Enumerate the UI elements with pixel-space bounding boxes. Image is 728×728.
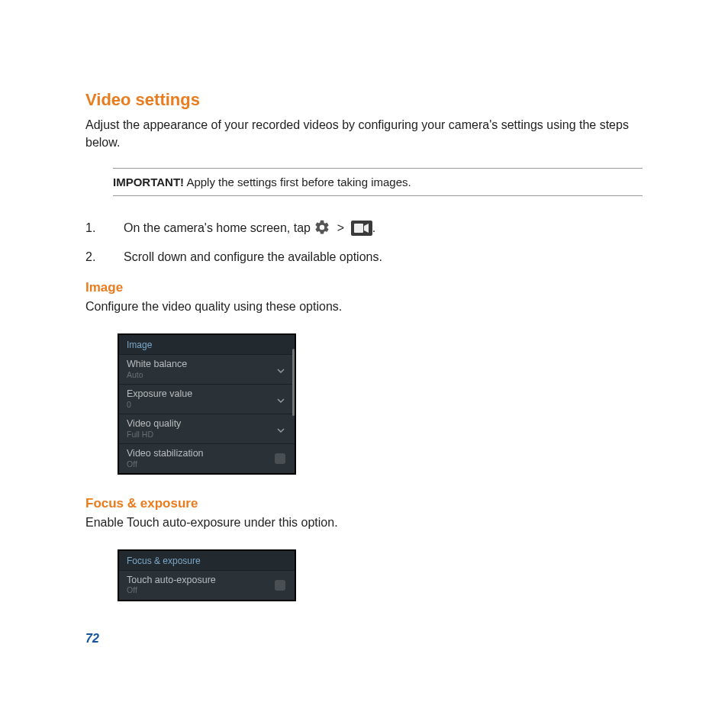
note-label: IMPORTANT! [113,176,184,188]
settings-gear-icon [314,219,330,236]
important-note: IMPORTANT! Apply the settings first befo… [113,168,643,196]
focus-settings-panel: Focus & exposure Touch auto-exposure Off [118,549,296,601]
note-text: Apply the settings first before taking i… [184,176,411,188]
row-label: White balance [127,359,287,369]
row-value: Auto [127,371,287,380]
checkbox-icon[interactable] [275,580,285,591]
row-touch-auto-exposure[interactable]: Touch auto-exposure Off [119,570,295,600]
step-1-separator: > [337,221,344,234]
image-panel-header: Image [119,335,295,354]
row-value: Full HD [127,430,287,440]
scrollbar-thumb[interactable] [292,349,295,415]
videocam-icon [351,221,372,236]
step-1: On the camera's home screen, tap > . [85,219,643,237]
row-exposure-value[interactable]: Exposure value 0 [119,384,295,414]
row-value: 0 [127,401,287,410]
svg-rect-0 [354,224,363,233]
scrollbar[interactable] [292,349,295,470]
step-1-pre: On the camera's home screen, tap [124,221,314,234]
row-label: Video stabilization [127,448,287,459]
step-2: Scroll down and configure the available … [85,248,643,266]
row-video-quality[interactable]: Video quality Full HD [119,414,295,443]
checkbox-icon[interactable] [275,453,285,464]
steps-list: On the camera's home screen, tap > . Scr… [85,219,643,266]
row-value: Off [127,460,287,469]
intro-text: Adjust the appearance of your recorded v… [85,116,643,151]
step-1-post: . [372,221,375,234]
focus-section-desc: Enable Touch auto-exposure under this op… [85,516,643,530]
page-number: 72 [85,632,99,646]
focus-section-title: Focus & exposure [85,496,643,511]
image-section-title: Image [85,280,643,295]
row-value: Off [127,586,287,595]
row-video-stabilization[interactable]: Video stabilization Off [119,443,295,473]
chevron-down-icon [276,424,285,433]
chevron-down-icon [276,365,285,374]
focus-panel-header: Focus & exposure [119,551,295,570]
chevron-down-icon [276,395,285,404]
row-label: Exposure value [127,388,287,399]
page-title: Video settings [85,90,643,110]
row-label: Touch auto-exposure [127,575,287,585]
row-label: Video quality [127,418,287,429]
image-settings-panel: Image White balance Auto Exposure value … [118,333,296,475]
row-white-balance[interactable]: White balance Auto [119,354,295,384]
image-section-desc: Configure the video quality using these … [85,300,643,314]
